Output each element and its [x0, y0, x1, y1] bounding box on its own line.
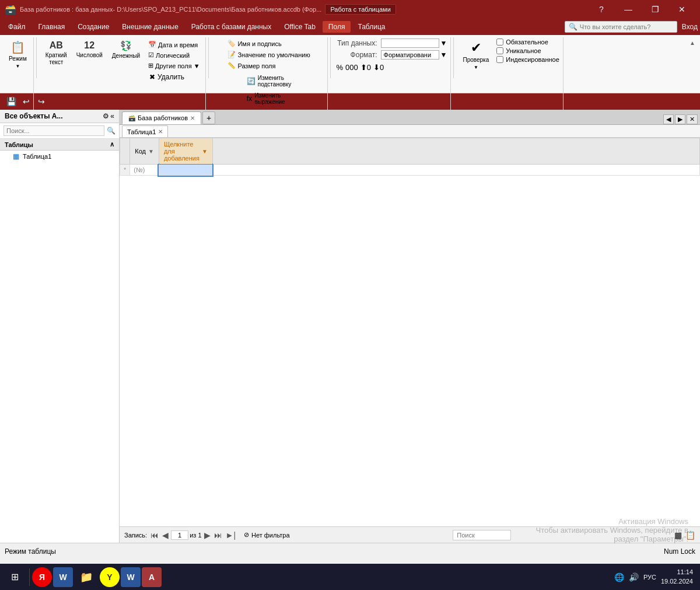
taskbar-sound-icon: 🔊 — [629, 572, 639, 582]
record-number-input[interactable] — [171, 530, 188, 540]
menu-right: 🔍 Вход — [565, 21, 698, 33]
last-record-btn[interactable]: ⏭ — [213, 530, 223, 540]
menu-create[interactable]: Создание — [72, 21, 115, 33]
datatype-input[interactable] — [381, 39, 439, 48]
prev-record-btn[interactable]: ◀ — [161, 530, 170, 540]
tab-add-btn[interactable]: + — [202, 111, 215, 124]
validation-button[interactable]: ✔ Проверка▼ — [460, 39, 492, 72]
inner-tab-close-btn[interactable]: ✕ — [158, 128, 163, 135]
other-fields-button[interactable]: ⊞ Другие поля ▼ — [146, 61, 201, 71]
default-value-button[interactable]: 📝 Значение по умолчанию — [226, 50, 312, 60]
decrease-decimal-icon[interactable]: ⬇0 — [373, 63, 384, 72]
taskbar-sys-info: РУС — [643, 574, 656, 581]
nav-search-input[interactable] — [4, 125, 104, 136]
table-search-input[interactable] — [453, 530, 511, 540]
format-dropdown-icon[interactable]: ▼ — [440, 51, 447, 59]
change-expr-button[interactable]: fx Изменитьвыражение — [244, 90, 295, 107]
menu-fields[interactable]: Поля — [323, 21, 351, 33]
name-sign-button[interactable]: 🏷️ Имя и подпись — [226, 39, 283, 48]
money-field-button[interactable]: 💱 Денежный — [109, 39, 143, 61]
taskbar-explorer-btn[interactable]: 📁 — [74, 566, 99, 588]
taskbar-word-btn[interactable]: W — [53, 567, 73, 587]
increase-decimal-icon[interactable]: ⬆0 — [360, 63, 371, 72]
required-checkbox[interactable] — [496, 39, 503, 46]
menu-external[interactable]: Внешние данные — [116, 21, 184, 33]
record-nav: ⏮ ◀ из 1 ▶ ⏭ ►| — [149, 530, 237, 540]
save-quick-button[interactable]: 💾 — [5, 95, 18, 108]
divider-1 — [36, 37, 37, 78]
tab-close-all-btn[interactable]: ✕ — [687, 114, 698, 124]
menu-officetab[interactable]: Office Tab — [278, 21, 321, 33]
next-record-btn[interactable]: ▶ — [203, 530, 212, 540]
text-field-button[interactable]: АВ Краткийтекст — [43, 39, 70, 68]
col-header-add[interactable]: Щелкните для добавления ▼ — [159, 138, 212, 165]
status-bar: Запись: ⏮ ◀ из 1 ▶ ⏭ ►| ⊘ Нет фильтра ▦ … — [120, 526, 700, 543]
other-label: Другие поля ▼ — [155, 62, 200, 69]
unique-checkbox[interactable] — [496, 47, 503, 54]
tab-bazarabotnikov-label: База работников — [138, 114, 188, 121]
title-bar-left: 🗃️ База работников : база данных- D:\Use… — [5, 4, 396, 15]
menu-file[interactable]: Файл — [2, 21, 32, 33]
datetime-button[interactable]: 📅 Дата и время — [146, 40, 201, 50]
money-icon: 💱 — [120, 40, 132, 51]
tab-bazarabotnikov[interactable]: 🗃️ База работников ✕ — [122, 111, 201, 124]
nav-search: 🔍 — [0, 123, 119, 139]
ribbon-props-items: 🏷️ Имя и подпись 📝 Значение по умолчанию… — [226, 39, 312, 71]
help-button[interactable]: ? — [588, 0, 615, 19]
number-field-button[interactable]: 12 Числовой — [74, 39, 106, 61]
col-header-kod[interactable]: Код ▼ — [130, 138, 159, 165]
undo-button[interactable]: ↩ — [20, 95, 33, 108]
data-table: Код ▼ Щелкните для добавления ▼ — [120, 138, 700, 176]
form-view-btn[interactable]: 📋 — [685, 530, 695, 540]
ribbon-search-input[interactable] — [580, 23, 673, 30]
menu-table[interactable]: Таблица — [352, 21, 391, 33]
text-icon: АВ — [50, 40, 63, 51]
filter-area: ⊘ Нет фильтра — [244, 531, 290, 539]
inner-tab-table1[interactable]: Таблица1 ✕ — [122, 125, 168, 137]
change-sub-button[interactable]: 🔄 Изменитьподстановку — [244, 73, 295, 89]
delete-button[interactable]: ✖ Удалить — [146, 71, 201, 83]
indexed-checkbox[interactable] — [496, 56, 503, 63]
unique-label: Уникальное — [506, 47, 541, 54]
nav-section-tables[interactable]: Таблицы ∧ — [0, 139, 119, 151]
ribbon-expand-btn[interactable]: ▲ — [687, 37, 698, 48]
percent-icon[interactable]: % — [337, 63, 344, 72]
taskbar-yandexb-btn[interactable]: Y — [100, 567, 120, 587]
table-view-btn[interactable]: ▦ — [674, 530, 682, 540]
col-sort-icon: ▼ — [148, 148, 154, 155]
new-record-btn[interactable]: ►| — [225, 530, 237, 540]
datatype-dropdown-icon[interactable]: ▼ — [440, 39, 447, 47]
table-container: Код ▼ Щелкните для добавления ▼ — [120, 138, 700, 526]
taskbar-access-btn[interactable]: A — [142, 567, 162, 587]
maximize-button[interactable]: ❐ — [642, 0, 668, 19]
login-button[interactable]: Вход — [682, 23, 698, 31]
logical-button[interactable]: ☑ Логический — [146, 50, 201, 60]
menu-home[interactable]: Главная — [33, 21, 71, 33]
nav-item-table1[interactable]: ▦ Таблица1 — [0, 151, 119, 162]
taskbar-word2-btn[interactable]: W — [121, 567, 141, 587]
mode-button[interactable]: 📋 Режим▼ — [6, 39, 30, 71]
menu-database[interactable]: Работа с базами данных — [186, 21, 277, 33]
redo-button[interactable]: ↪ — [35, 95, 48, 108]
start-button[interactable]: ⊞ — [2, 566, 27, 588]
bottom-status-bar: Режим таблицы Num Lock — [0, 543, 700, 559]
nav-settings-btn[interactable]: ⚙ — [103, 112, 109, 120]
minimize-button[interactable]: — — [615, 0, 642, 19]
nav-header: Все объекты А... ⚙ « — [0, 110, 119, 123]
first-record-btn[interactable]: ⏮ — [149, 530, 160, 540]
comma-icon[interactable]: 000 — [345, 63, 358, 72]
active-cell[interactable] — [159, 165, 212, 176]
taskbar-right: 🌐 🔊 РУС 11:14 19.02.2024 — [614, 568, 698, 586]
filter-icon: ⊘ — [244, 531, 249, 539]
nav-collapse-btn[interactable]: « — [110, 112, 114, 120]
tab-scroll-left-btn[interactable]: ◀ — [663, 114, 674, 124]
tab-close-btn[interactable]: ✕ — [190, 115, 195, 121]
nav-title: Все объекты А... — [5, 112, 63, 120]
change-expr-label: Изменитьвыражение — [254, 92, 285, 105]
tab-scroll-right-btn[interactable]: ▶ — [675, 114, 685, 124]
taskbar-yandex-btn[interactable]: Я — [32, 567, 52, 587]
field-size-button[interactable]: 📏 Размер поля — [226, 61, 277, 71]
close-button[interactable]: ✕ — [668, 0, 695, 19]
col-kod-content: Код ▼ — [135, 148, 154, 155]
format-input[interactable] — [381, 50, 439, 60]
